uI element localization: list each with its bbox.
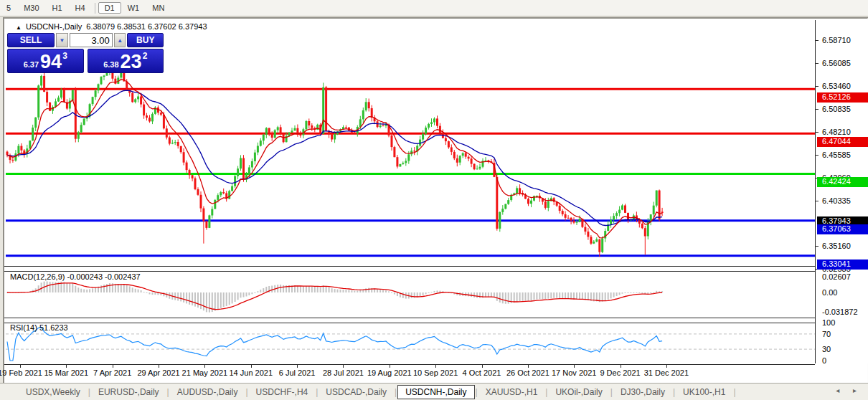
tab-separator: |: [245, 387, 247, 397]
timeframe-button-d1[interactable]: D1: [98, 2, 121, 14]
axis-tick-mark: [816, 246, 819, 247]
volume-increase-button[interactable]: ▲: [114, 33, 126, 47]
tab-separator: |: [673, 387, 675, 397]
axis-tick-label: 30: [822, 345, 831, 353]
axis-tick-label: 70: [822, 330, 831, 338]
sell-price-sup: 3: [62, 51, 67, 61]
tab-separator: |: [88, 387, 90, 397]
date-tick-mark: [251, 365, 252, 368]
sell-button[interactable]: SELL: [7, 33, 55, 47]
date-tick-mark: [528, 365, 529, 368]
tab-separator: |: [395, 387, 397, 397]
chart-tab-usdcad-daily[interactable]: USDCAD-,Daily: [319, 386, 394, 399]
ma-fast-line: [7, 80, 662, 238]
timeframe-toolbar: 5M30H1H4D1W1MN: [0, 0, 868, 16]
date-tick-mark: [435, 365, 436, 368]
axis-tick-mark: [816, 40, 819, 41]
timeframe-button-h4[interactable]: H4: [69, 2, 92, 14]
timeframe-button-mn[interactable]: MN: [146, 2, 171, 14]
axis-tick-mark: [816, 132, 819, 133]
tab-separator: |: [733, 387, 735, 397]
macd-signal-line: [7, 283, 662, 310]
date-tick-mark: [343, 365, 344, 368]
axis-tick-mark: [816, 155, 819, 156]
date-tick-mark: [204, 365, 205, 368]
axis-tick-label: 6.58710: [822, 36, 851, 44]
date-axis[interactable]: 19 Feb 202115 Mar 20217 Apr 202129 Apr 2…: [4, 364, 815, 382]
axis-price-badge: 6.37063: [817, 224, 868, 234]
volume-decrease-button[interactable]: ▼: [56, 33, 68, 47]
axis-tick-label: 100: [822, 318, 835, 327]
buy-price-small: 6.38: [103, 60, 118, 69]
axis-tick-label: -0.031872: [822, 308, 858, 316]
chart-tab-usdchf-h4[interactable]: USDCHF-,H4: [249, 386, 316, 399]
toolbar-separator: [95, 3, 95, 14]
price-axis[interactable]: 6.587106.560856.534606.508356.482106.455…: [815, 20, 868, 363]
sell-price-box[interactable]: 6.37 94 3: [7, 49, 84, 73]
chart-tab-uk100-h1[interactable]: UK100-,H1: [676, 386, 732, 399]
date-label: 10 Sep 2021: [413, 368, 458, 377]
rsi-indicator-plot[interactable]: [6, 322, 815, 363]
date-tick-mark: [621, 365, 621, 368]
date-label: 15 Mar 2021: [44, 368, 88, 377]
collapse-triangle-icon[interactable]: ▲: [16, 24, 22, 31]
date-label: 9 Dec 2021: [600, 368, 640, 377]
date-tick-mark: [666, 365, 667, 368]
date-label: 29 Apr 2021: [137, 368, 179, 377]
date-tick-mark: [66, 365, 67, 368]
axis-tick-mark: [816, 109, 819, 110]
date-label: 28 Jul 2021: [323, 368, 364, 377]
tab-scroll-arrows[interactable]: ◂ ▸: [836, 386, 862, 394]
buy-price-box[interactable]: 6.38 23 2: [88, 49, 164, 73]
axis-tick-label: 0.02607: [822, 272, 851, 281]
hline-layer[interactable]: [6, 89, 815, 256]
date-tick-mark: [390, 365, 390, 368]
tab-separator: |: [316, 387, 318, 397]
axis-price-badge: 6.52126: [817, 92, 868, 103]
axis-price-badge: 6.33041: [817, 259, 868, 270]
date-tick-mark: [20, 365, 21, 368]
date-label: 6 Jul 2021: [279, 368, 316, 377]
chart-symbol-title: USDCNH-,Daily: [26, 22, 82, 31]
candles-layer: [6, 67, 664, 257]
chart-tab-ukoil-daily[interactable]: UKOil-,Daily: [548, 386, 609, 399]
date-tick-mark: [482, 365, 483, 368]
chart-ohlc-values: 6.38079 6.38531 6.37602 6.37943: [86, 22, 207, 31]
axis-tick-label: 6.45585: [822, 151, 851, 159]
axis-tick-label: 6.48210: [822, 128, 851, 136]
chart-tab-dj30-daily[interactable]: DJ30-,Daily: [613, 386, 672, 399]
chart-tab-bar: USDX,Weekly|EURUSD-,Daily|AUDUSD-,Daily|…: [0, 383, 868, 400]
rsi-line: [7, 328, 662, 361]
axis-tick-label: 6.40335: [822, 196, 851, 205]
date-tick-mark: [113, 365, 113, 368]
timeframe-button-w1[interactable]: W1: [121, 2, 146, 14]
timeframe-button-5[interactable]: 5: [0, 2, 17, 14]
axis-price-badge: 6.42424: [817, 177, 868, 187]
date-tick-mark: [574, 365, 575, 368]
chart-tab-eurusd-daily[interactable]: EURUSD-,Daily: [91, 386, 166, 399]
chart-tab-usdx-weekly[interactable]: USDX,Weekly: [19, 386, 88, 399]
macd-label: MACD(12,26,9) -0.000243 -0.002437: [10, 272, 141, 281]
buy-button[interactable]: BUY: [127, 33, 164, 47]
tab-separator: |: [167, 387, 169, 397]
date-label: 14 Jun 2021: [229, 368, 273, 377]
chart-title-row: ▲USDCNH-,Daily 6.38079 6.38531 6.37602 6…: [16, 22, 207, 31]
buy-price-big: 23: [121, 52, 142, 72]
date-label: 7 Apr 2021: [93, 368, 131, 377]
date-label: 4 Oct 2021: [463, 368, 501, 377]
one-click-trade-panel: SELL ▼ ▲ BUY 6.37 94 3 6.38 23 2: [7, 33, 164, 73]
timeframe-button-h1[interactable]: H1: [46, 2, 69, 14]
axis-tick-mark: [816, 63, 819, 64]
timeframe-button-m30[interactable]: M30: [17, 2, 45, 14]
ma-slow-line: [7, 90, 662, 225]
chart-tab-xauusd-h1[interactable]: XAUUSD-,H1: [478, 386, 545, 399]
sell-price-big: 94: [40, 52, 62, 72]
sell-price-small: 6.37: [24, 60, 39, 69]
chart-tab-usdcnh-daily[interactable]: USDCNH-,Daily: [397, 385, 474, 399]
axis-tick-label: 6.50835: [822, 105, 851, 113]
date-label: 26 Oct 2021: [506, 368, 549, 377]
chart-tab-audusd-daily[interactable]: AUDUSD-,Daily: [170, 386, 245, 399]
volume-input[interactable]: [70, 33, 113, 47]
date-label: 17 Nov 2021: [552, 368, 596, 377]
rsi-levels: [6, 334, 815, 349]
